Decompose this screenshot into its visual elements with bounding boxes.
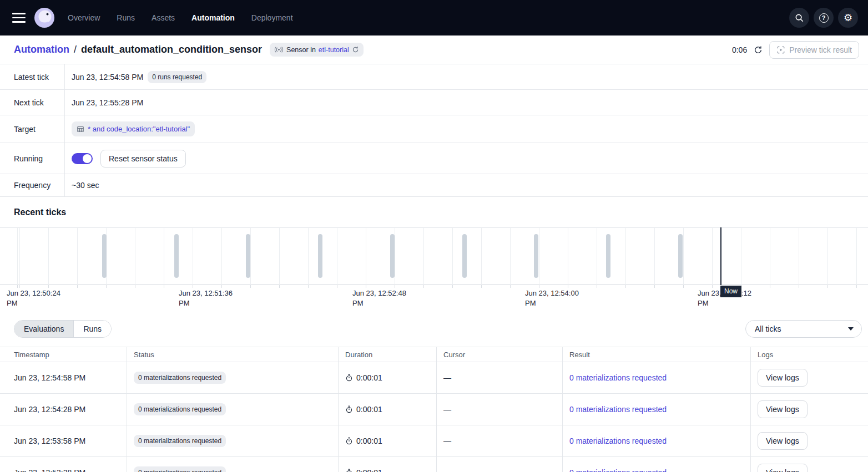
tick-bar[interactable] — [102, 234, 107, 278]
cell-timestamp: Jun 23, 12:54:58 PM — [0, 362, 127, 393]
detail-label: Frequency — [0, 174, 65, 196]
tick-bar[interactable] — [390, 234, 395, 278]
view-logs-button[interactable]: View logs — [758, 432, 808, 450]
cell-cursor: — — [437, 362, 563, 393]
breadcrumb: Automation / default_automation_conditio… — [14, 43, 364, 57]
refresh-button[interactable] — [754, 45, 763, 54]
reset-sensor-status-button[interactable]: Reset sensor status — [100, 150, 186, 168]
detail-label: Latest tick — [0, 64, 65, 89]
cell-cursor: — — [437, 425, 563, 456]
top-nav: Overview Runs Assets Automation Deployme… — [0, 0, 868, 35]
result-link[interactable]: 0 materializations requested — [569, 437, 667, 445]
sensor-badge-label: Sensor in — [286, 46, 316, 54]
result-link[interactable]: 0 materializations requested — [569, 373, 667, 382]
breadcrumb-automation-link[interactable]: Automation — [14, 44, 69, 55]
cell-duration: 0:00:01 — [356, 437, 382, 445]
detail-row-frequency: Frequency ~30 sec — [0, 174, 868, 197]
tick-bar[interactable] — [174, 234, 179, 278]
main-menu: Overview Runs Assets Automation Deployme… — [68, 13, 293, 22]
status-badge: 0 materializations requested — [134, 403, 226, 415]
help-icon: ? — [819, 13, 829, 23]
table-row: Jun 23, 12:53:28 PM 0 materializations r… — [0, 457, 868, 472]
stopwatch-icon — [345, 437, 353, 445]
view-logs-button[interactable]: View logs — [758, 369, 808, 387]
view-logs-button[interactable]: View logs — [758, 464, 808, 472]
tick-filter-select[interactable]: All ticks — [745, 320, 862, 338]
col-header-timestamp: Timestamp — [0, 347, 127, 362]
running-toggle[interactable] — [72, 153, 93, 164]
timeline-plot — [0, 227, 868, 285]
nav-item-overview[interactable]: Overview — [68, 13, 100, 22]
detail-row-running: Running Reset sensor status — [0, 143, 868, 174]
breadcrumb-separator: / — [74, 44, 77, 55]
detail-label: Target — [0, 115, 65, 143]
detail-row-latest-tick: Latest tick Jun 23, 12:54:58 PM 0 runs r… — [0, 64, 868, 90]
tick-bar[interactable] — [606, 234, 610, 278]
asset-selection-chip[interactable]: * and code_location:"etl-tutorial" — [72, 121, 195, 136]
settings-button[interactable]: ⚙ — [838, 8, 858, 28]
next-tick-value: Jun 23, 12:55:28 PM — [72, 98, 143, 107]
sensor-details: Latest tick Jun 23, 12:54:58 PM 0 runs r… — [0, 64, 868, 197]
axis-label: Jun 23, 12:54:00 PM — [525, 288, 586, 308]
tab-runs[interactable]: Runs — [73, 321, 111, 337]
help-button[interactable]: ? — [814, 8, 834, 28]
col-header-result: Result — [563, 347, 751, 362]
asset-table-icon — [77, 125, 84, 133]
now-marker-line — [720, 227, 721, 285]
cell-cursor: — — [437, 457, 563, 472]
preview-icon — [776, 45, 785, 54]
stopwatch-icon — [345, 469, 353, 472]
table-row: Jun 23, 12:54:28 PM 0 materializations r… — [0, 394, 868, 425]
nav-item-runs[interactable]: Runs — [117, 13, 135, 22]
status-badge: 0 materializations requested — [134, 435, 226, 447]
now-badge: Now — [720, 286, 741, 297]
axis-label: Jun 23, 12:51:36 PM — [179, 288, 240, 308]
tick-bar[interactable] — [678, 234, 683, 278]
axis-label: Jun 23, 12:50:24 PM — [7, 288, 68, 308]
search-button[interactable] — [789, 8, 809, 28]
tick-bar[interactable] — [462, 234, 467, 278]
ticks-controls: Evaluations Runs All ticks — [0, 311, 868, 347]
cell-timestamp: Jun 23, 12:53:58 PM — [0, 425, 127, 456]
menu-icon[interactable] — [12, 13, 26, 23]
result-link[interactable]: 0 materializations requested — [569, 405, 667, 414]
status-badge: 0 materializations requested — [134, 372, 226, 384]
cell-duration: 0:00:01 — [356, 405, 382, 414]
nav-item-assets[interactable]: Assets — [152, 13, 175, 22]
evaluations-table: Timestamp Status Duration Cursor Result … — [0, 347, 868, 472]
detail-label: Running — [0, 143, 65, 174]
sensor-icon — [274, 47, 284, 53]
col-header-logs: Logs — [751, 347, 868, 362]
latest-tick-value: Jun 23, 12:54:58 PM — [72, 73, 143, 82]
detail-label: Next tick — [0, 90, 65, 115]
dagster-logo-icon[interactable] — [34, 8, 54, 28]
reload-location-icon[interactable] — [352, 46, 359, 53]
nav-item-automation[interactable]: Automation — [191, 13, 235, 22]
col-header-duration: Duration — [339, 347, 437, 362]
tick-bar[interactable] — [534, 234, 538, 278]
view-mode-tabs: Evaluations Runs — [14, 320, 112, 338]
preview-tick-result-button[interactable]: Preview tick result — [769, 41, 859, 59]
col-header-status: Status — [127, 347, 339, 362]
search-icon — [794, 13, 804, 23]
cell-duration: 0:00:01 — [356, 468, 382, 472]
table-header-row: Timestamp Status Duration Cursor Result … — [0, 347, 868, 362]
detail-row-next-tick: Next tick Jun 23, 12:55:28 PM — [0, 90, 868, 115]
table-row: Jun 23, 12:53:58 PM 0 materializations r… — [0, 425, 868, 457]
tick-bar[interactable] — [318, 234, 322, 278]
runs-requested-badge: 0 runs requested — [148, 71, 206, 83]
stopwatch-icon — [345, 374, 353, 382]
tab-evaluations[interactable]: Evaluations — [14, 321, 73, 337]
code-location-link[interactable]: etl-tutorial — [319, 46, 349, 54]
tick-bar[interactable] — [246, 234, 250, 278]
frequency-value: ~30 sec — [72, 181, 99, 190]
nav-item-deployment[interactable]: Deployment — [251, 13, 293, 22]
result-link[interactable]: 0 materializations requested — [569, 468, 667, 472]
sensor-badge: Sensor in etl-tutorial — [270, 43, 364, 57]
view-logs-button[interactable]: View logs — [758, 400, 808, 418]
cell-timestamp: Jun 23, 12:54:28 PM — [0, 394, 127, 425]
col-header-cursor: Cursor — [437, 347, 563, 362]
refresh-icon — [754, 45, 763, 54]
cell-duration: 0:00:01 — [356, 373, 382, 382]
tick-countdown: 0:06 — [732, 45, 747, 54]
